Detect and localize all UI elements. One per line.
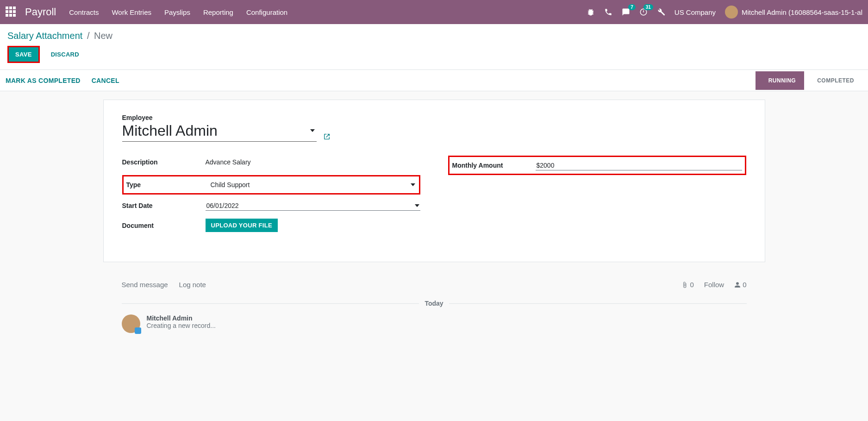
cancel-button[interactable]: CANCEL xyxy=(92,77,119,84)
start-date-row: Start Date 06/01/2022 xyxy=(122,199,420,212)
nav-reporting[interactable]: Reporting xyxy=(203,8,233,16)
description-label: Description xyxy=(122,158,206,166)
message-avatar xyxy=(122,314,140,333)
description-row: Description Advance Salary xyxy=(122,156,420,169)
chatter-tabs: Send message Log note 0 Follow 0 xyxy=(122,274,747,295)
type-field[interactable]: Child Support xyxy=(210,180,416,189)
start-date-value: 06/01/2022 xyxy=(206,202,239,209)
document-row: Document UPLOAD YOUR FILE xyxy=(122,219,420,232)
right-column: Monthly Amount $2000 xyxy=(448,156,746,175)
description-value[interactable]: Advance Salary xyxy=(206,158,420,166)
date-divider-label: Today xyxy=(425,300,443,307)
chatter: Send message Log note 0 Follow 0 Today M… xyxy=(103,268,765,339)
activities-badge: 31 xyxy=(643,4,653,10)
nav-work-entries[interactable]: Work Entries xyxy=(112,8,151,16)
message-text: Creating a new record... xyxy=(147,322,216,329)
start-date-field[interactable]: 06/01/2022 xyxy=(206,201,420,211)
message-body: Mitchell Admin Creating a new record... xyxy=(147,314,216,329)
tools-icon[interactable] xyxy=(657,8,665,16)
message-author: Mitchell Admin xyxy=(147,314,216,322)
topbar-right: 7 31 US Company Mitchell Admin (16088564… xyxy=(587,6,862,19)
sheet-wrap: Employee Mitchell Admin Description Adva… xyxy=(0,91,868,268)
activities-icon[interactable]: 31 xyxy=(639,8,648,16)
nav-contracts[interactable]: Contracts xyxy=(69,8,99,16)
type-label: Type xyxy=(126,181,210,189)
monthly-amount-label: Monthly Amount xyxy=(452,162,536,169)
control-panel: Salary Attachment / New SAVE DISCARD xyxy=(0,24,868,70)
company-selector[interactable]: US Company xyxy=(674,8,716,16)
app-title[interactable]: Payroll xyxy=(25,6,56,18)
action-row: SAVE DISCARD xyxy=(7,46,861,69)
form-columns: Description Advance Salary Type Child Su… xyxy=(122,156,746,239)
phone-icon[interactable] xyxy=(604,8,612,16)
messages-badge: 7 xyxy=(628,4,636,10)
employee-row: Mitchell Admin xyxy=(122,122,746,142)
log-note-button[interactable]: Log note xyxy=(179,281,206,289)
status-bar: MARK AS COMPLETED CANCEL RUNNING COMPLET… xyxy=(0,70,868,91)
monthly-amount-row: Monthly Amount $2000 xyxy=(452,159,742,172)
document-label: Document xyxy=(122,222,206,229)
upload-file-button[interactable]: UPLOAD YOUR FILE xyxy=(206,219,278,232)
employee-value: Mitchell Admin xyxy=(122,122,218,139)
chevron-down-icon[interactable] xyxy=(310,119,315,137)
topbar: Payroll Contracts Work Entries Payslips … xyxy=(0,0,868,24)
monthly-amount-field[interactable]: $2000 xyxy=(536,161,742,170)
monthly-amount-value: $2000 xyxy=(537,162,555,169)
breadcrumb-root[interactable]: Salary Attachment xyxy=(7,31,82,41)
attachment-count: 0 xyxy=(690,281,693,289)
messages-icon[interactable]: 7 xyxy=(622,8,630,16)
status-actions: MARK AS COMPLETED CANCEL xyxy=(6,77,119,84)
follow-button[interactable]: Follow xyxy=(704,281,724,289)
message-item: Mitchell Admin Creating a new record... xyxy=(122,314,747,333)
user-name: Mitchell Admin (16088564-saas-15-1-al xyxy=(742,8,862,16)
save-button[interactable]: SAVE xyxy=(9,47,38,62)
type-row: Type Child Support xyxy=(126,178,416,191)
breadcrumb: Salary Attachment / New xyxy=(7,31,861,41)
date-divider: Today xyxy=(122,300,747,307)
discard-button[interactable]: DISCARD xyxy=(44,47,86,62)
external-link-icon[interactable] xyxy=(323,133,331,142)
left-column: Description Advance Salary Type Child Su… xyxy=(122,156,420,239)
apps-icon[interactable] xyxy=(6,6,17,18)
employee-field[interactable]: Mitchell Admin xyxy=(122,122,317,142)
nav-configuration[interactable]: Configuration xyxy=(246,8,287,16)
send-message-button[interactable]: Send message xyxy=(122,281,168,289)
chevron-down-icon xyxy=(415,202,419,209)
status-steps: RUNNING COMPLETED xyxy=(756,71,862,90)
follower-count: 0 xyxy=(743,281,746,289)
attachment-icon[interactable]: 0 xyxy=(681,281,693,289)
nav-menu: Contracts Work Entries Payslips Reportin… xyxy=(69,8,287,16)
breadcrumb-current: New xyxy=(94,31,112,41)
start-date-label: Start Date xyxy=(122,202,206,209)
type-highlight: Type Child Support xyxy=(122,175,420,195)
user-avatar xyxy=(725,6,738,19)
nav-payslips[interactable]: Payslips xyxy=(164,8,190,16)
chevron-down-icon xyxy=(411,181,415,189)
bug-icon[interactable] xyxy=(587,8,595,16)
save-highlight: SAVE xyxy=(7,46,40,63)
user-menu[interactable]: Mitchell Admin (16088564-saas-15-1-al xyxy=(725,6,862,19)
type-value: Child Support xyxy=(211,181,250,189)
monthly-amount-highlight: Monthly Amount $2000 xyxy=(448,156,746,175)
followers-icon[interactable]: 0 xyxy=(734,281,746,289)
mark-completed-button[interactable]: MARK AS COMPLETED xyxy=(6,77,81,84)
status-running[interactable]: RUNNING xyxy=(756,71,805,90)
chatter-right: 0 Follow 0 xyxy=(681,281,746,289)
form-sheet: Employee Mitchell Admin Description Adva… xyxy=(103,100,765,262)
employee-label: Employee xyxy=(122,114,746,121)
status-completed[interactable]: COMPLETED xyxy=(804,71,862,90)
